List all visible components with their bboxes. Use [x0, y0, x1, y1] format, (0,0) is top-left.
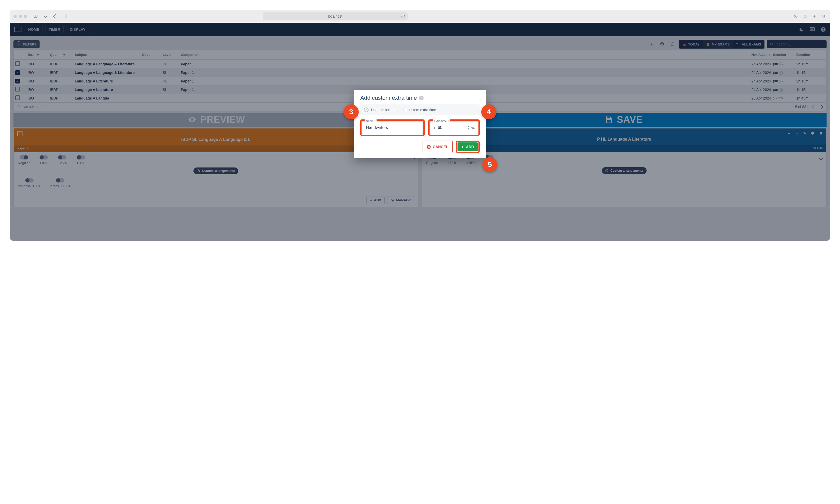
- cancel-icon: ✕: [427, 145, 431, 149]
- browser-toolbar: localhost: [10, 10, 830, 23]
- toolbar-row: 2 FILTERS TODAY MY EXAMS ALL EXAMS: [14, 40, 826, 49]
- search-input[interactable]: [775, 42, 824, 47]
- modal-title: Add custom extra time: [360, 95, 417, 101]
- row-checkbox[interactable]: [15, 61, 20, 66]
- help-icon[interactable]: ?: [419, 96, 424, 100]
- search-field[interactable]: [767, 40, 826, 48]
- row-checkbox[interactable]: ✓: [15, 70, 20, 75]
- add-button-highlight: + ADD: [456, 141, 480, 153]
- downloads-icon[interactable]: [793, 14, 799, 19]
- svg-rect-14: [607, 120, 611, 123]
- toggle[interactable]: +50%: [76, 155, 85, 165]
- svg-point-12: [770, 43, 772, 45]
- table-row[interactable]: ✓IBOIBDPLanguage A Language & Literature…: [14, 68, 826, 77]
- rows-selected: 2 rows selected: [17, 105, 42, 109]
- add-extra-time-modal: Add custom extra time ? i Use this form …: [354, 90, 486, 158]
- card-forward-icon: →: [795, 131, 799, 136]
- page-next[interactable]: [819, 105, 823, 109]
- filters-label: FILTERS: [23, 42, 36, 46]
- add-button[interactable]: + ADD: [457, 142, 478, 151]
- seg-my-exams[interactable]: MY EXAMS: [703, 40, 733, 48]
- nav-display[interactable]: DISPLAY: [66, 25, 89, 34]
- page-prev[interactable]: [812, 105, 816, 109]
- svg-rect-13: [608, 116, 610, 118]
- nav-timer[interactable]: TIMER: [45, 25, 64, 34]
- annotation-4: 4: [481, 104, 496, 120]
- plus-icon: +: [461, 145, 464, 149]
- svg-rect-5: [15, 27, 21, 32]
- toggle[interactable]: Regular: [18, 155, 30, 165]
- filters-count: 2: [18, 39, 20, 42]
- account-icon[interactable]: [820, 26, 826, 33]
- cancel-button[interactable]: ✕ CANCEL: [423, 141, 452, 153]
- svg-rect-4: [822, 15, 825, 17]
- row-checkbox[interactable]: [15, 87, 20, 91]
- new-tab-icon[interactable]: [811, 14, 817, 19]
- settings-icon[interactable]: [658, 40, 666, 48]
- url-text: localhost: [328, 14, 342, 18]
- view-segment: TODAY MY EXAMS ALL EXAMS: [679, 40, 765, 49]
- card-edit-icon[interactable]: ✎: [803, 131, 807, 136]
- modal-info: i Use this form to add a custom extra ti…: [360, 104, 480, 115]
- reset-icon[interactable]: [668, 40, 676, 48]
- svg-rect-11: [706, 43, 709, 46]
- refresh-icon[interactable]: [401, 15, 405, 18]
- annotation-5: 5: [482, 157, 497, 172]
- svg-rect-0: [34, 15, 37, 17]
- address-bar[interactable]: localhost: [263, 13, 407, 20]
- tab-overview-icon[interactable]: [821, 14, 826, 19]
- nav-home[interactable]: HOME: [25, 25, 43, 34]
- card-delete-icon[interactable]: [819, 131, 823, 136]
- person-toggle[interactable]: Vanessa +30%: [18, 178, 41, 188]
- name-field-highlight: Name *: [360, 120, 425, 136]
- svg-point-8: [822, 28, 824, 30]
- info-icon: i: [364, 108, 369, 112]
- app-logo-icon[interactable]: [14, 26, 22, 33]
- annotation-3: 3: [344, 104, 359, 120]
- toggle[interactable]: +10%: [39, 155, 48, 165]
- forward-button[interactable]: [62, 14, 68, 19]
- card-checkbox[interactable]: ✓: [17, 131, 22, 136]
- filters-button[interactable]: 2 FILTERS: [14, 40, 39, 48]
- table-row[interactable]: IBOIBDPLanguage A Language & LiteratureH…: [14, 60, 826, 68]
- presentation-icon[interactable]: [809, 26, 816, 33]
- table-header: Bo…▾ Quali…▾ Subject Code Level Componen…: [14, 50, 826, 60]
- custom-arrangements-chip[interactable]: Custom arrangements: [602, 167, 646, 174]
- app-root: HOME TIMER DISPLAY 2 FILTERS T: [10, 23, 830, 241]
- dark-mode-icon[interactable]: [798, 26, 805, 33]
- stepper-icon[interactable]: ▲▼: [468, 125, 470, 130]
- expand-icon[interactable]: [820, 156, 823, 161]
- filter-icon[interactable]: ▾: [63, 53, 65, 57]
- svg-point-16: [392, 200, 393, 201]
- filter-icon[interactable]: ▾: [37, 53, 39, 57]
- window-traffic-lights[interactable]: [14, 15, 27, 18]
- name-input[interactable]: [365, 125, 419, 130]
- row-checkbox[interactable]: ✓: [15, 79, 20, 84]
- seg-today[interactable]: TODAY: [679, 40, 703, 48]
- extra-time-input[interactable]: [437, 125, 466, 130]
- add-icon[interactable]: [648, 40, 655, 48]
- sidebar-toggle-icon[interactable]: [33, 14, 38, 19]
- toggle[interactable]: +25%: [58, 155, 67, 165]
- pagination-range: 1–5 of 631: [791, 105, 808, 109]
- card-add-button[interactable]: +ADD: [366, 196, 385, 204]
- share-icon[interactable]: [802, 14, 808, 19]
- person-toggle[interactable]: James +100%: [49, 178, 71, 188]
- toolbar-dropdown-icon[interactable]: [43, 14, 48, 19]
- seg-all-exams[interactable]: ALL EXAMS: [733, 40, 764, 48]
- card-back-icon[interactable]: ←: [787, 131, 791, 136]
- svg-rect-10: [683, 43, 686, 44]
- app-navbar: HOME TIMER DISPLAY: [10, 23, 830, 36]
- table-row[interactable]: ✓IBOIBDPLanguage A LiteratureHLPaper 124…: [14, 77, 826, 85]
- extra-time-field-highlight: Extra time * + ▲▼ %: [428, 120, 480, 136]
- custom-arrangements-chip[interactable]: Custom arrangements: [193, 167, 238, 174]
- card-palette-icon[interactable]: [811, 131, 815, 136]
- card-manage-button[interactable]: MANAGE: [387, 196, 414, 204]
- browser-window: localhost HOME TIMER DISPLAY: [10, 10, 830, 241]
- row-checkbox[interactable]: [15, 95, 20, 100]
- back-button[interactable]: [52, 14, 58, 19]
- svg-rect-6: [810, 28, 815, 31]
